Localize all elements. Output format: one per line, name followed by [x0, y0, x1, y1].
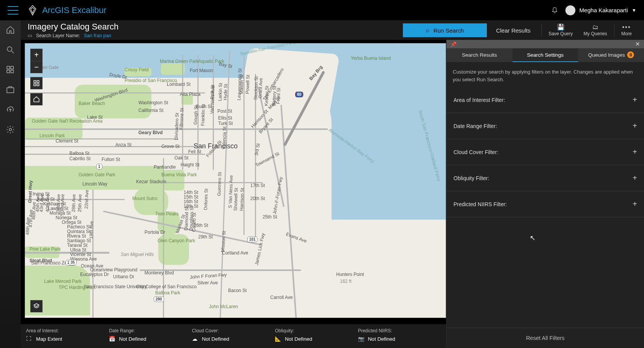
- my-queries-button[interactable]: 🗂 My Queries: [578, 24, 612, 36]
- more-label: More: [621, 31, 632, 36]
- map-label: 48th Ave: [25, 217, 31, 235]
- svg-rect-4: [11, 70, 13, 73]
- map-label: Haight St: [181, 162, 199, 167]
- search-icon[interactable]: [6, 45, 15, 54]
- map-label: Golden Gate Park: [79, 172, 109, 177]
- footer-label: Date Range:: [109, 328, 192, 333]
- sub-header: Imagery Catalog Search ▭ Search Layer Na…: [21, 21, 644, 40]
- reset-filters-button[interactable]: Reset All Filters: [526, 335, 565, 341]
- calendar-icon: 📅: [109, 336, 116, 342]
- queued-count-badge: 0: [627, 51, 634, 58]
- run-search-button[interactable]: ⌕ Run Search: [403, 23, 487, 37]
- map-label: 25th Ave: [77, 194, 83, 212]
- map-label: Twin Peaks: [155, 211, 174, 217]
- map-label: Mason St: [238, 74, 245, 94]
- map-label: Anza St: [115, 142, 131, 148]
- map-label: Balboa Park: [155, 290, 178, 295]
- filter-label: Predicted NIIRS Filter:: [453, 201, 507, 207]
- pin-icon[interactable]: 📌: [450, 41, 457, 47]
- footer-value: Not Defined: [368, 336, 395, 342]
- app-logo[interactable]: ArcGIS Excalibur: [27, 5, 107, 16]
- layer-link[interactable]: San fran pan: [84, 33, 112, 39]
- map-shield: 80: [295, 92, 303, 97]
- footer-value: Not Defined: [285, 336, 312, 342]
- map-label: 34th Ave: [55, 194, 61, 212]
- map-label: Fulton St: [102, 157, 120, 162]
- close-icon[interactable]: ✕: [635, 41, 640, 48]
- user-menu[interactable]: Megha Kakaraparti ▼: [565, 5, 636, 15]
- footer-date: Date Range: 📅Not Defined: [109, 328, 192, 346]
- map-label: Post St: [217, 108, 232, 114]
- map-label: Fort Mason: [190, 68, 205, 73]
- map-label: Valencia St: [221, 126, 227, 149]
- plus-icon: +: [632, 200, 637, 208]
- tab-queued-images[interactable]: Queued Images 0: [578, 48, 644, 62]
- svg-rect-2: [11, 66, 13, 69]
- home-icon[interactable]: [6, 25, 15, 34]
- search-icon: ⌕: [426, 27, 430, 34]
- cloud-upload-icon[interactable]: [6, 105, 15, 114]
- tab-search-settings[interactable]: Search Settings: [513, 48, 578, 62]
- hamburger-icon[interactable]: [8, 6, 18, 15]
- map-label: Shotwell St: [233, 188, 239, 211]
- map-label: Marina Green Park: [160, 59, 183, 64]
- map-label: Urbano Dr: [113, 274, 134, 279]
- map-label: 40th Ave: [44, 194, 51, 212]
- page-title: Imagery Catalog Search: [28, 22, 118, 32]
- map-label: Carroll Ave: [270, 295, 292, 300]
- map-label: Presidio of San Francisco: [125, 78, 171, 83]
- clear-results-button[interactable]: Clear Results: [487, 27, 540, 34]
- more-icon: •••: [622, 24, 631, 30]
- extent-icon: ⛶: [26, 336, 33, 342]
- map-shield: 1: [96, 164, 102, 169]
- map-label: Balboa St: [69, 151, 89, 156]
- filter-aoi[interactable]: Area of Interest Filter:+: [447, 87, 644, 113]
- map-label: Harrison St: [239, 188, 245, 211]
- map-container[interactable]: San Francisco Yerba Buena Island Marina …: [25, 43, 446, 318]
- map-label: San Francisco State University: [84, 284, 130, 289]
- bell-icon[interactable]: [551, 7, 559, 14]
- filter-cloud[interactable]: Cloud Cover Filter:+: [447, 139, 644, 165]
- filter-summary-bar: Area of Interest: ⛶Map Extent Date Range…: [21, 324, 446, 348]
- map-label: San Miguel Hills: [121, 252, 154, 257]
- tab-label: Queued Images: [588, 52, 625, 58]
- home-extent-button[interactable]: [30, 93, 43, 105]
- filter-niirs[interactable]: Predicted NIIRS Filter:+: [447, 191, 644, 217]
- map-label: Fillmore St: [179, 108, 185, 130]
- map-label: Yerba Buena Island: [351, 56, 385, 61]
- map-label: 26th St: [194, 223, 208, 228]
- map-label: Grant Ave: [258, 78, 264, 98]
- svg-rect-3: [7, 70, 10, 73]
- filter-date[interactable]: Date Range Filter:+: [447, 113, 644, 139]
- save-query-button[interactable]: 💾 Save Query: [543, 24, 578, 36]
- layers-button[interactable]: [30, 300, 43, 312]
- map-label: Bacon St: [228, 288, 247, 293]
- more-button[interactable]: ••• More: [616, 24, 637, 36]
- chevron-down-icon: ▼: [632, 8, 636, 13]
- map-label: Lincoln Way: [82, 181, 107, 187]
- plus-icon: +: [632, 121, 637, 130]
- plus-icon: +: [632, 95, 637, 104]
- zoom-in-button[interactable]: +: [30, 49, 43, 61]
- filter-obliquity[interactable]: Obliquity Filter:+: [447, 165, 644, 191]
- map-label: 17th St: [250, 183, 265, 188]
- map-label: Ocean Ave: [81, 263, 104, 269]
- map-label: 162 ft: [340, 279, 352, 284]
- map-label: Lincoln Park: [39, 133, 65, 138]
- map-label: Powell St: [245, 75, 251, 94]
- tab-search-results[interactable]: Search Results: [447, 48, 513, 62]
- map-label: Dolores St: [203, 189, 209, 210]
- zoom-out-button[interactable]: −: [30, 61, 43, 73]
- map-label: 19th Ave: [88, 221, 94, 239]
- footer-label: Cloud Cover:: [192, 328, 275, 333]
- map-label: Silver Ave: [197, 280, 218, 286]
- briefcase-icon[interactable]: [6, 85, 15, 94]
- left-nav: [0, 21, 21, 348]
- filter-label: Cloud Cover Filter:: [453, 149, 498, 155]
- gear-icon[interactable]: [6, 125, 15, 134]
- map-shield: 101: [247, 236, 258, 242]
- basemap-gallery-button[interactable]: [30, 77, 43, 89]
- panel-handle: 📌 ✕: [447, 40, 644, 48]
- footer-aoi: Area of Interest: ⛶Map Extent: [26, 328, 109, 346]
- tiles-icon[interactable]: [6, 65, 15, 74]
